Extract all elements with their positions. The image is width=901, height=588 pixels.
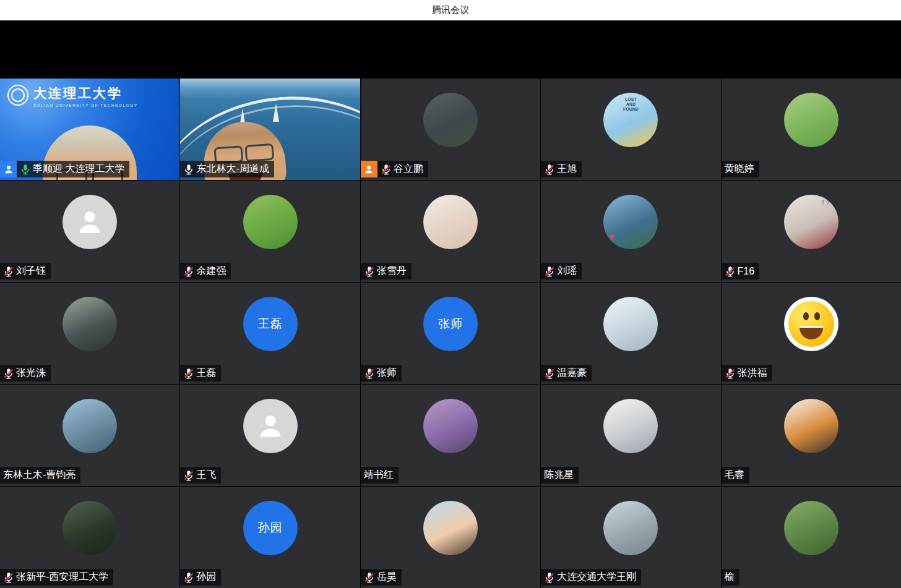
mic-active-icon [20, 164, 31, 175]
participant-name: 王飞 [196, 469, 216, 482]
participant-tile[interactable]: 温嘉豪 [541, 283, 720, 384]
participant-tile[interactable]: 余建强 [180, 181, 360, 282]
participant-name: 东林土木-曹钧亮 [3, 469, 75, 482]
participant-label: 黄晓婷 [722, 161, 759, 177]
participant-tile[interactable]: 东北林大-周道成 [180, 79, 360, 180]
participant-avatar: ♥ [603, 195, 658, 249]
participant-name: 榆 [725, 571, 735, 584]
name-strip: 王磊 [180, 365, 221, 381]
participant-tile[interactable]: 陈兆星 [541, 385, 720, 486]
participant-tile[interactable]: 王磊 王磊 [180, 283, 360, 384]
photo-avatar: ♥ [603, 195, 658, 249]
participant-tile[interactable]: LOST AND FOUND 王旭 [541, 79, 720, 180]
participant-avatar [63, 195, 117, 249]
participant-name: 靖书红 [364, 469, 394, 482]
name-strip: 张新平-西安理工大学 [0, 569, 113, 586]
photo-avatar [423, 501, 478, 555]
participant-avatar [784, 93, 838, 147]
participant-avatar [423, 195, 478, 249]
participant-avatar [603, 399, 658, 453]
participant-name: 陈兆星 [544, 469, 574, 482]
name-strip: 张师 [361, 365, 402, 381]
name-strip: 余建强 [180, 263, 231, 279]
participant-tile[interactable]: 岳昊 [361, 487, 540, 588]
participant-avatar: ??? [784, 195, 838, 249]
participant-label: 王飞 [180, 467, 221, 484]
participant-tile[interactable]: 张新平-西安理工大学 [0, 487, 179, 588]
name-strip: 岳昊 [361, 569, 402, 586]
photo-avatar [63, 297, 117, 351]
participant-tile[interactable]: 孙园 孙园 [180, 487, 360, 588]
participant-label: 张洪福 [722, 365, 772, 381]
initials-avatar: 张师 [423, 297, 478, 351]
photo-avatar [243, 195, 298, 249]
participant-avatar [63, 297, 117, 351]
participant-label: 靖书红 [361, 467, 399, 484]
name-strip: 黄晓婷 [722, 161, 759, 177]
participant-name: 张新平-西安理工大学 [16, 571, 108, 584]
participant-name: 毛睿 [725, 469, 744, 482]
smiley-avatar [784, 297, 838, 351]
participant-tile[interactable]: ??? F16 [722, 181, 901, 282]
participant-name: 张光洙 [16, 367, 46, 380]
participant-name: 刘子钰 [16, 265, 46, 278]
participant-tile[interactable]: 大连理工大学DALIAN UNIVERSITY OF TECHNOLOGY 季顺… [0, 79, 179, 180]
photo-avatar [603, 501, 658, 555]
participant-label: 余建强 [180, 263, 231, 279]
participant-label: 大连交通大学王刚 [541, 569, 641, 586]
avatar-overlay-text: ♥ [608, 231, 614, 242]
mic-muted-icon [183, 368, 194, 379]
participant-avatar [784, 501, 838, 555]
participant-tile[interactable]: 刘子钰 [0, 181, 179, 282]
participant-name: 张师 [377, 367, 397, 380]
name-strip: 王飞 [180, 467, 221, 484]
name-strip: 大连交通大学王刚 [541, 569, 641, 586]
name-strip: 陈兆星 [541, 467, 579, 484]
participant-tile[interactable]: 王飞 [180, 385, 360, 486]
avatar-overlay-text: ??? [821, 200, 835, 207]
participant-tile[interactable]: 毛睿 [722, 385, 901, 486]
name-strip: 张光洙 [0, 365, 51, 381]
participant-tile[interactable]: 张雪丹 [361, 181, 540, 282]
window-titlebar: 腾讯会议 [0, 0, 901, 20]
participant-tile[interactable]: 谷立鹏 [361, 79, 540, 180]
name-strip: 张雪丹 [361, 263, 412, 279]
name-strip: 谷立鹏 [377, 161, 428, 177]
participant-tile[interactable]: 靖书红 [361, 385, 540, 486]
participant-label: 谷立鹏 [361, 161, 428, 177]
participant-name: 岳昊 [377, 571, 397, 584]
participant-tile[interactable]: 张光洙 [0, 283, 179, 384]
participant-tile[interactable]: 大连交通大学王刚 [541, 487, 720, 588]
avatar-overlay-text: LOST AND FOUND [603, 97, 658, 112]
participant-tile[interactable]: 张洪福 [722, 283, 901, 384]
participant-avatar [603, 297, 658, 351]
name-strip: 季顺迎 大连理工大学 [17, 161, 129, 177]
logo-text-en: DALIAN UNIVERSITY OF TECHNOLOGY [33, 103, 138, 108]
participant-avatar [243, 195, 298, 249]
photo-avatar: LOST AND FOUND [603, 93, 658, 147]
participant-tile[interactable]: 张师 张师 [361, 283, 540, 384]
host-person-badge-icon [0, 161, 17, 177]
participant-avatar: 王磊 [243, 297, 298, 351]
participant-tile[interactable]: 榆 [722, 487, 901, 588]
mic-muted-icon [3, 572, 14, 583]
participant-name: 孙园 [196, 571, 216, 584]
participant-tile[interactable]: 东林土木-曹钧亮 [0, 385, 179, 486]
participant-avatar [63, 501, 117, 555]
participant-tile[interactable]: 黄晓婷 [722, 79, 901, 180]
mic-muted-icon [183, 572, 194, 583]
participant-name: F16 [738, 266, 755, 277]
participant-tile[interactable]: ♥ 刘瑶 [541, 181, 720, 282]
participant-label: 陈兆星 [541, 467, 579, 484]
participant-grid: 大连理工大学DALIAN UNIVERSITY OF TECHNOLOGY 季顺… [0, 79, 901, 588]
participant-avatar: 孙园 [243, 501, 298, 555]
name-strip: F16 [722, 263, 760, 279]
mic-muted-icon [544, 266, 555, 277]
logo-text-cn: 大连理工大学 [33, 85, 138, 102]
mic-muted-icon [725, 368, 736, 379]
participant-label: 张雪丹 [361, 263, 412, 279]
name-strip: 刘子钰 [0, 263, 51, 279]
university-emblem-icon [7, 85, 28, 106]
mic-muted-icon [364, 266, 375, 277]
participant-avatar: LOST AND FOUND [603, 93, 658, 147]
